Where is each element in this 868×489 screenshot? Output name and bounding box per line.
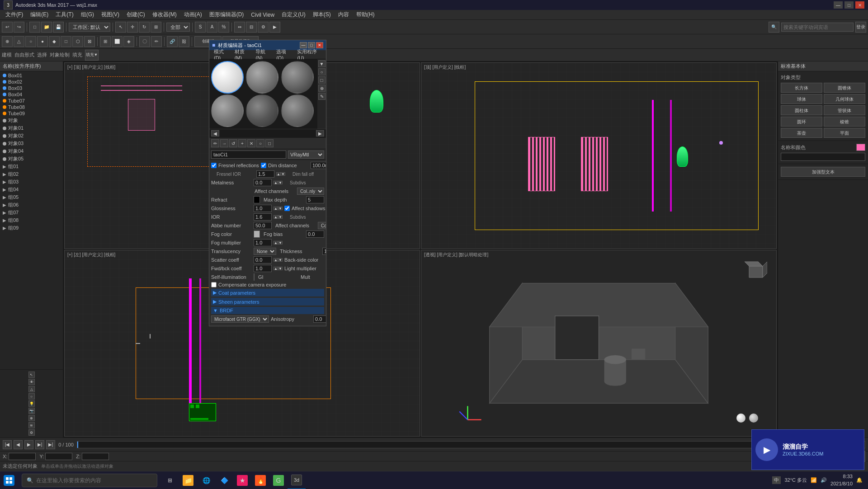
mat-tb-new[interactable]: + xyxy=(238,139,246,147)
mat-tb-reset[interactable]: ↺ xyxy=(229,139,237,147)
scene-item-obj02[interactable]: 对象02 xyxy=(1,132,62,140)
mat-sphere-3[interactable] xyxy=(211,94,244,127)
tb-snap[interactable]: S xyxy=(195,22,206,33)
tb-rotate[interactable]: ↻ xyxy=(139,22,150,33)
param-fresnel-check[interactable] xyxy=(211,163,217,168)
param-fwdbck-input[interactable] xyxy=(254,265,272,272)
coord-x-input[interactable] xyxy=(9,453,36,460)
tb-t5[interactable]: ◆ xyxy=(49,36,60,47)
param-selfillum-swatch[interactable] xyxy=(254,273,255,281)
mat-tb-pick[interactable]: ✏ xyxy=(211,139,219,147)
timeline-start[interactable]: |◀ xyxy=(3,440,12,449)
tb-undo[interactable]: ↩ xyxy=(2,22,13,33)
volume-icon[interactable]: 🔊 xyxy=(821,477,827,483)
rp-text-btn[interactable]: 加强型文本 xyxy=(781,167,865,177)
tb-move[interactable]: ✛ xyxy=(127,22,138,33)
param-affect-shadows-check[interactable] xyxy=(284,206,290,211)
tb-unlink[interactable]: ⛓ xyxy=(179,36,189,47)
rp-btn-cone[interactable]: 圆锥体 xyxy=(824,83,865,93)
menu-graph-editor[interactable]: 图形编辑器(D) xyxy=(206,10,248,19)
param-gloss-input[interactable] xyxy=(254,205,272,212)
coord-z-input[interactable] xyxy=(82,453,109,460)
mat-side-btn2[interactable]: ○ xyxy=(318,68,326,75)
param-compensate-check[interactable] xyxy=(211,282,217,287)
tb-t3[interactable]: ○ xyxy=(25,36,36,47)
menu-tools[interactable]: 工具(T) xyxy=(52,10,77,19)
tb-t4[interactable]: ● xyxy=(37,36,48,47)
rp-btn-tube[interactable]: 管状体 xyxy=(824,105,865,115)
mat-nav-next[interactable]: ▶ xyxy=(316,130,324,136)
mat-tb-assign[interactable]: → xyxy=(220,139,228,147)
scene-item-grp09[interactable]: ▶ 组09 xyxy=(1,224,62,232)
mat-side-btn1[interactable]: ▼ xyxy=(318,60,326,67)
scene-item-grp06[interactable]: ▶ 组06 xyxy=(1,201,62,209)
lt-space-warp[interactable]: ≋ xyxy=(28,422,35,428)
menu-content[interactable]: 内容 xyxy=(335,10,353,19)
lt-camera[interactable]: 📷 xyxy=(28,408,35,414)
spin-dn-fwdbck[interactable]: ▼ xyxy=(278,267,283,270)
menu-group[interactable]: 组(G) xyxy=(77,10,98,19)
rp-color-swatch[interactable] xyxy=(856,144,865,151)
scene-item-tube07[interactable]: Tube07 xyxy=(1,98,62,104)
tb-t7[interactable]: ⬡ xyxy=(72,36,83,47)
coord-y-input[interactable] xyxy=(45,453,72,460)
tb-t1[interactable]: ⊕ xyxy=(2,36,13,47)
tb-redo[interactable]: ↪ xyxy=(14,22,24,33)
scene-item-grp03[interactable]: ▶ 组03 xyxy=(1,178,62,186)
section-brdf[interactable]: ▼ BRDF xyxy=(211,307,324,314)
mat-name-input[interactable] xyxy=(211,150,286,159)
taskbar-app3[interactable]: G xyxy=(269,471,288,489)
filter-dropdown[interactable]: 全部 xyxy=(166,23,190,32)
scene-item-grp08[interactable]: ▶ 组08 xyxy=(1,216,62,224)
scene-item-grp04[interactable]: ▶ 组04 xyxy=(1,186,62,193)
timeline-end[interactable]: ▶| xyxy=(46,440,55,449)
tb-render-setup[interactable]: ⚙ xyxy=(258,22,269,33)
taskbar-3dsmax[interactable]: 3d xyxy=(288,471,306,489)
spin-up-fresnel[interactable]: ▲ xyxy=(276,172,281,176)
tb-frame[interactable]: ⬜ xyxy=(112,36,123,47)
tb-new[interactable]: □ xyxy=(29,22,40,33)
param-maxdepth-input[interactable] xyxy=(306,196,324,203)
mat-sphere-0[interactable] xyxy=(211,61,244,94)
tb-align[interactable]: ⊟ xyxy=(246,22,257,33)
param-fogmult-input[interactable] xyxy=(254,239,272,246)
scene-item-grp05[interactable]: ▶ 组05 xyxy=(1,193,62,201)
lt-display[interactable]: 👁 xyxy=(28,379,35,385)
scene-item-box01[interactable]: Box01 xyxy=(1,72,62,79)
param-microfacet-select[interactable]: Microfacet GTR (GGX) xyxy=(211,315,269,323)
taskbar-app1[interactable]: ★ xyxy=(233,471,251,489)
param-affect-ch-select[interactable]: Col..nly xyxy=(297,188,324,195)
tb-scale[interactable]: ⊞ xyxy=(151,22,161,33)
rp-btn-torus[interactable]: 圆环 xyxy=(781,117,822,127)
tb-render[interactable]: ▶ xyxy=(269,22,280,33)
taskbar-edge[interactable]: 🔷 xyxy=(215,471,233,489)
lt-select[interactable]: ↖ xyxy=(28,371,35,378)
spin-up-scatter[interactable]: ▲ xyxy=(274,258,278,262)
menu-civil-view[interactable]: Civil View xyxy=(247,11,278,19)
menu-custom[interactable]: 自定义(U) xyxy=(278,10,309,19)
param-scatter-input[interactable] xyxy=(254,256,272,263)
scene-item-grp02[interactable]: ▶ 组02 xyxy=(1,170,62,178)
scene-item-obj03[interactable]: 对象03 xyxy=(1,140,62,147)
mat-sphere-4[interactable] xyxy=(246,94,278,127)
rp-btn-geosphere[interactable]: 几何球体 xyxy=(824,94,865,104)
menu-help[interactable]: 帮助(H) xyxy=(353,10,378,19)
lt-system[interactable]: ⚙ xyxy=(28,429,35,436)
spin-dn-gloss[interactable]: ▼ xyxy=(278,207,283,210)
menu-modifiers[interactable]: 修改器(M) xyxy=(149,10,180,19)
spin-up-fogmult[interactable]: ▲ xyxy=(274,241,278,244)
mat-sphere-1[interactable] xyxy=(246,61,278,94)
notification-icon[interactable]: 🔔 xyxy=(856,477,863,483)
spin-dn-ior[interactable]: ▼ xyxy=(278,215,283,219)
tb-link[interactable]: 🔗 xyxy=(167,36,178,47)
scene-item-obj05[interactable]: 对象05 xyxy=(1,155,62,163)
menu-script[interactable]: 脚本(S) xyxy=(309,10,335,19)
param-dim-dist-check[interactable] xyxy=(261,163,266,168)
param-translucency-select[interactable]: None xyxy=(254,248,276,255)
param-ior-input[interactable] xyxy=(254,213,272,221)
rp-name-input[interactable] xyxy=(781,153,865,161)
tb-search[interactable]: 🔍 xyxy=(769,22,779,33)
tb-login[interactable]: 登录 xyxy=(855,22,866,33)
mat-tb-sphere[interactable]: ○ xyxy=(256,139,264,147)
mat-type-select[interactable]: VRayMtl xyxy=(288,150,324,159)
